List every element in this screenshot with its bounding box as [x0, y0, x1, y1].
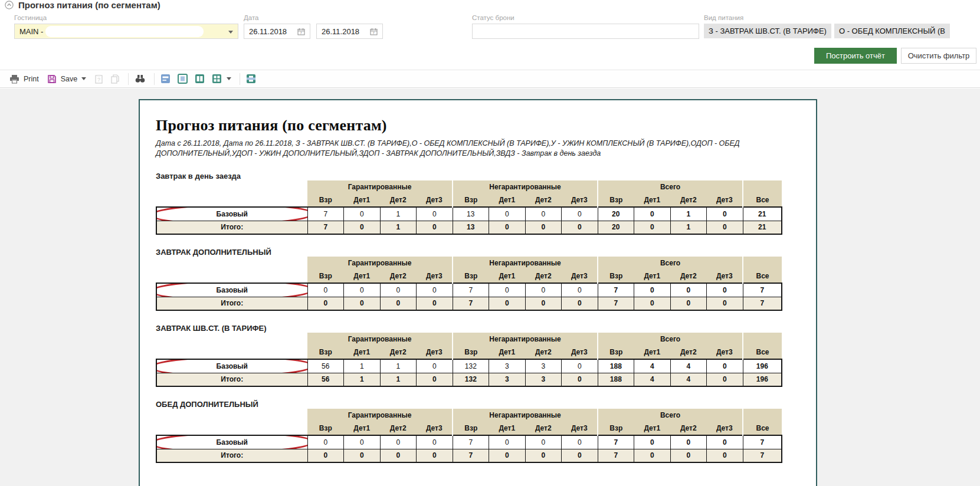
value-cell: 0: [634, 283, 671, 297]
sub-column-header: Дет1: [344, 422, 381, 435]
collapse-panel-icon[interactable]: [5, 1, 14, 9]
highlight-ellipse: [156, 283, 307, 297]
value-cell: 0: [417, 449, 453, 462]
column-group-header: Всего: [598, 257, 743, 270]
value-cell: 4: [670, 359, 707, 373]
meal-type-tag[interactable]: О - ОБЕД КОМПЛЕКСНЫЙ (В: [834, 24, 950, 38]
save-dropdown-icon[interactable]: [81, 77, 86, 80]
table-corner: [156, 193, 307, 207]
row-label: Итого:: [156, 449, 307, 462]
find-icon[interactable]: [135, 74, 146, 83]
sub-column-header: Взр: [307, 193, 344, 207]
hotel-select[interactable]: MAIN -: [14, 24, 238, 39]
value-cell: 0: [525, 297, 562, 310]
value-cell: 1: [670, 221, 707, 234]
value-cell: 0: [344, 221, 381, 234]
value-cell: 0: [307, 435, 344, 449]
meal-type-tags[interactable]: З - ЗАВТРАК ШВ.СТ. (В ТАРИФЕ)О - ОБЕД КО…: [704, 24, 980, 38]
value-cell: 0: [634, 297, 671, 310]
value-cell: 1: [380, 373, 417, 386]
sub-column-header: Дет1: [344, 193, 381, 207]
toolbar-separator: [154, 73, 155, 85]
highlight-ellipse: [156, 207, 307, 221]
sub-column-header: Дет3: [707, 346, 743, 359]
value-cell: 0: [707, 283, 743, 297]
value-cell: 132: [453, 359, 489, 373]
clear-filter-button[interactable]: Очистить фильтр: [901, 48, 976, 64]
report-section: ЗАВТРАК ДОПОЛНИТЕЛЬНЫЙГарантированныеНег…: [156, 248, 816, 311]
calendar-icon[interactable]: 7: [370, 28, 378, 35]
date-to-value: 26.11.2018: [322, 27, 359, 36]
value-cell: 13: [453, 207, 489, 221]
value-cell: 0: [707, 221, 743, 234]
print-label: Print: [24, 75, 39, 83]
sub-column-header: Взр: [453, 270, 489, 283]
row-label: Базовый: [156, 359, 307, 373]
value-cell: 0: [634, 207, 671, 221]
view-facing-pages-icon[interactable]: [195, 74, 205, 84]
table-corner: [156, 346, 307, 359]
column-group-header: Негарантированные: [453, 180, 598, 193]
value-cell: 21: [743, 207, 782, 221]
sub-column-header: Дет2: [525, 422, 562, 435]
value-cell: 0: [562, 373, 598, 386]
sub-column-header: Дет1: [489, 346, 526, 359]
date-from-value: 26.11.2018: [249, 27, 287, 36]
report-title: Прогноз питания (по сегментам): [156, 117, 816, 134]
sub-column-header: Дет3: [562, 346, 598, 359]
value-cell: 7: [743, 283, 782, 297]
value-cell: 0: [707, 373, 743, 386]
report-preview-area[interactable]: Прогноз питания (по сегментам) Дата с 26…: [0, 88, 980, 486]
value-cell: 0: [707, 359, 743, 373]
column-group-header: Всего: [598, 180, 743, 193]
booking-status-input[interactable]: [472, 24, 699, 39]
booking-status-label: Статус брони: [472, 14, 699, 21]
row-label: Итого:: [156, 297, 307, 310]
value-cell: 0: [562, 297, 598, 310]
value-cell: 0: [525, 449, 562, 462]
value-cell: 56: [307, 359, 344, 373]
value-cell: 188: [598, 359, 634, 373]
value-cell: 0: [380, 283, 417, 297]
sub-column-header: Взр: [453, 193, 489, 207]
calendar-icon[interactable]: 7: [297, 28, 305, 35]
value-cell: 0: [307, 283, 344, 297]
value-cell: 3: [489, 359, 526, 373]
value-cell: 0: [489, 435, 526, 449]
view-single-page-icon[interactable]: [178, 74, 188, 84]
column-group-header: [743, 333, 782, 346]
section-table: ГарантированныеНегарантированныеВсегоВзр…: [156, 257, 782, 311]
sub-column-header: Дет2: [380, 270, 417, 283]
sub-column-header: Дет2: [380, 422, 417, 435]
value-cell: 7: [453, 435, 489, 449]
save-button[interactable]: Save: [47, 74, 87, 84]
value-cell: 7: [743, 297, 782, 310]
view-mode-dropdown-icon[interactable]: [227, 77, 231, 80]
value-cell: 196: [743, 373, 782, 386]
view-multiple-pages-icon[interactable]: [212, 74, 231, 84]
sub-column-header: Дет2: [380, 346, 417, 359]
sub-column-header: Дет3: [417, 193, 453, 207]
page-width-icon[interactable]: [246, 74, 256, 84]
column-group-header: Всего: [598, 409, 743, 422]
value-cell: 0: [417, 297, 453, 310]
view-continuous-icon[interactable]: [160, 74, 171, 84]
page-title: Прогноз питания (по сегментам): [18, 0, 160, 10]
date-to-input[interactable]: 26.11.2018 7: [316, 24, 383, 39]
value-cell: 0: [634, 221, 671, 234]
value-cell: 196: [743, 359, 782, 373]
build-report-button[interactable]: Построить отчёт: [814, 48, 897, 64]
column-group-header: Гарантированные: [307, 333, 453, 346]
value-cell: 0: [380, 449, 417, 462]
column-group-header: Гарантированные: [307, 409, 453, 422]
date-from-input[interactable]: 26.11.2018 7: [244, 24, 310, 39]
meal-type-tag[interactable]: З - ЗАВТРАК ШВ.СТ. (В ТАРИФЕ): [704, 24, 831, 38]
save-label: Save: [61, 75, 78, 83]
row-label: Базовый: [156, 283, 307, 297]
sub-column-header: Дет2: [670, 422, 707, 435]
value-cell: 7: [598, 449, 634, 462]
column-group-header: Гарантированные: [307, 180, 453, 193]
report-section: ЗАВТРАК ШВ.СТ. (В ТАРИФЕ)Гарантированные…: [156, 324, 816, 387]
table-row: Итого:7010130002001021: [156, 221, 782, 234]
print-button[interactable]: Print: [9, 74, 39, 84]
